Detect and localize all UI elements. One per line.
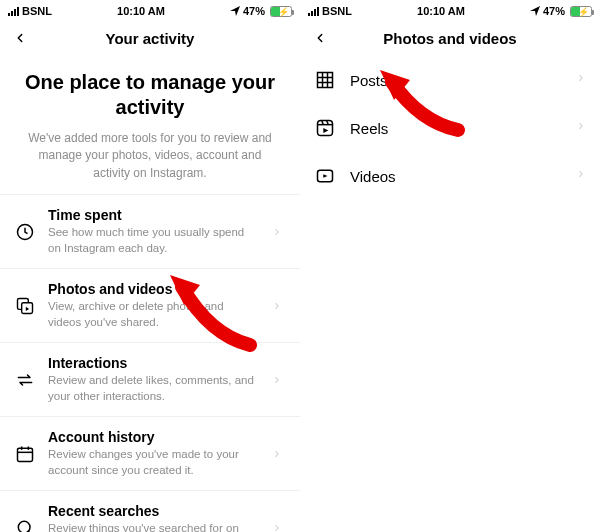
chevron-right-icon [576, 167, 586, 185]
screen-photos-videos: BSNL 10:10 AM 47% ⚡ Photos and videos [300, 0, 600, 532]
svg-marker-23 [323, 128, 328, 133]
back-button[interactable] [306, 24, 334, 52]
row-time-spent[interactable]: Time spent See how much time you usually… [0, 194, 300, 268]
row-title: Account history [48, 429, 260, 445]
svg-rect-14 [318, 73, 333, 88]
row-reels[interactable]: Reels [300, 104, 600, 152]
battery-icon: ⚡ [568, 6, 592, 17]
status-bar: BSNL 10:10 AM 47% ⚡ [300, 0, 600, 20]
clock-label: 10:10 AM [417, 5, 465, 17]
clock-icon [14, 222, 36, 242]
row-title: Time spent [48, 207, 260, 223]
video-icon [314, 166, 336, 186]
chevron-right-icon [272, 373, 286, 387]
row-interactions[interactable]: Interactions Review and delete likes, co… [0, 342, 300, 416]
svg-rect-19 [318, 121, 333, 136]
row-title: Recent searches [48, 503, 260, 519]
hero-subtitle: We've added more tools for you to review… [18, 130, 282, 182]
chevron-right-icon [576, 119, 586, 137]
location-icon [230, 6, 240, 16]
carrier-label: BSNL [22, 5, 52, 17]
interactions-icon [14, 370, 36, 390]
svg-point-11 [18, 521, 30, 532]
nav-header: Your activity [0, 20, 300, 56]
row-subtitle: View, archive or delete photos and video… [48, 299, 260, 330]
chevron-right-icon [272, 521, 286, 532]
row-title: Photos and videos [48, 281, 260, 297]
battery-icon: ⚡ [268, 6, 292, 17]
row-title: Interactions [48, 355, 260, 371]
back-button[interactable] [6, 24, 34, 52]
hero-block: One place to manage your activity We've … [0, 56, 300, 190]
row-title: Reels [350, 120, 562, 137]
chevron-right-icon [272, 299, 286, 313]
svg-marker-25 [323, 174, 327, 177]
row-videos[interactable]: Videos [300, 152, 600, 200]
row-subtitle: See how much time you usually spend on I… [48, 225, 260, 256]
row-subtitle: Review and delete likes, comments, and y… [48, 373, 260, 404]
row-subtitle: Review things you've searched for on Ins… [48, 521, 260, 532]
nav-header: Photos and videos [300, 20, 600, 56]
row-recent-searches[interactable]: Recent searches Review things you've sea… [0, 490, 300, 532]
location-icon [530, 6, 540, 16]
battery-pct-label: 47% [543, 5, 565, 17]
calendar-icon [14, 444, 36, 464]
hero-title: One place to manage your activity [18, 70, 282, 120]
row-posts[interactable]: Posts [300, 56, 600, 104]
row-account-history[interactable]: Account history Review changes you've ma… [0, 416, 300, 490]
page-title: Photos and videos [383, 30, 516, 47]
screen-your-activity: BSNL 10:10 AM 47% ⚡ Your activity One pl… [0, 0, 300, 532]
photos-videos-icon [14, 296, 36, 316]
status-bar: BSNL 10:10 AM 47% ⚡ [0, 0, 300, 20]
grid-icon [314, 70, 336, 90]
svg-rect-4 [18, 448, 33, 461]
carrier-label: BSNL [322, 5, 352, 17]
chevron-right-icon [272, 447, 286, 461]
signal-icon [308, 6, 319, 16]
page-title: Your activity [106, 30, 195, 47]
row-photos-videos[interactable]: Photos and videos View, archive or delet… [0, 268, 300, 342]
row-title: Videos [350, 168, 562, 185]
row-subtitle: Review changes you've made to your accou… [48, 447, 260, 478]
reels-icon [314, 118, 336, 138]
chevron-right-icon [272, 225, 286, 239]
chevron-right-icon [576, 71, 586, 89]
clock-label: 10:10 AM [117, 5, 165, 17]
row-title: Posts [350, 72, 562, 89]
search-icon [14, 518, 36, 532]
signal-icon [8, 6, 19, 16]
battery-pct-label: 47% [243, 5, 265, 17]
